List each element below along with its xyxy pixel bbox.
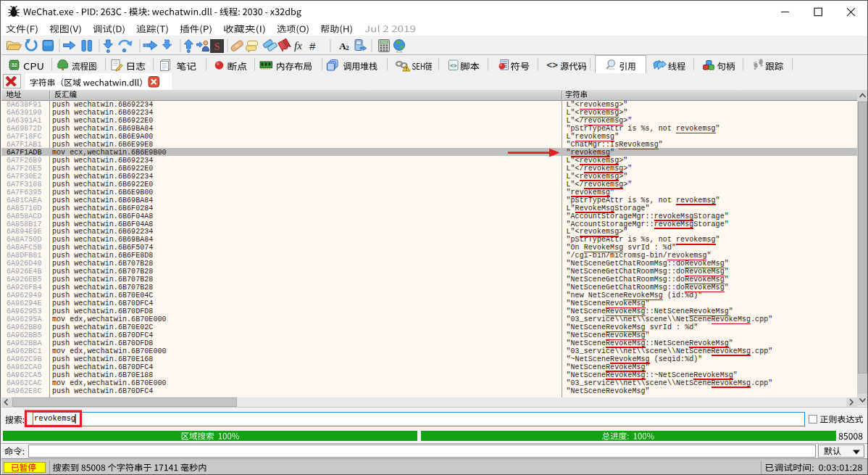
svg-text:2: 2 (346, 44, 349, 51)
svg-text:<>: <> (547, 59, 559, 70)
svg-text:fx: fx (294, 40, 302, 51)
svg-text:<>: <> (450, 62, 457, 69)
svg-text:#: # (309, 40, 316, 52)
svg-text:S: S (214, 41, 220, 52)
svg-text:32: 32 (11, 62, 17, 68)
